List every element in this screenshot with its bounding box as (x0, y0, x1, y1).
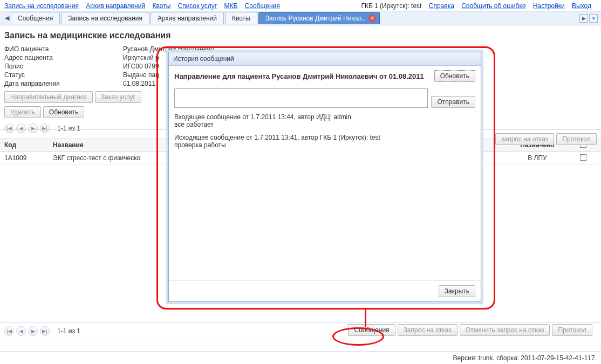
tab-scroll-left-icon[interactable]: ◀ (3, 13, 11, 24)
tab-messages[interactable]: Сообщения (11, 12, 60, 24)
tab-patient-record[interactable]: Запись Русанов Дмитрий Никол.. ✕ (258, 12, 380, 24)
topnav-link[interactable]: Выход (572, 2, 591, 10)
page-title: Запись на медицинские исследования (0, 25, 601, 45)
info-value: Выдано пац (123, 71, 159, 79)
info-label: Дата направления (4, 80, 123, 87)
pager-prev-icon[interactable]: ◀ (16, 326, 26, 336)
cell-code: 1A1009 (4, 154, 53, 162)
message-input[interactable] (174, 88, 428, 108)
cancel-refuse-button[interactable]: Отменить запрос на отказ (460, 324, 550, 336)
info-value: ИГС00 0799 (123, 63, 159, 70)
footer-version: Версия: trunk, сборка: 2011-07-29-15-42-… (453, 354, 597, 362)
close-icon[interactable]: ✕ (368, 15, 376, 22)
info-label: Адрес пациента (4, 54, 123, 61)
tab-appointment[interactable]: Запись на исследования (61, 12, 149, 24)
info-label: ФИО пациента (4, 45, 123, 53)
delete-button[interactable]: Удалить (4, 106, 41, 118)
topnav-link[interactable]: Сообщения (245, 2, 280, 10)
pager-next-icon[interactable]: ▶ (28, 326, 38, 336)
message-meta: Исходящее сообщение от 1.7.2011 13:41, а… (174, 134, 475, 141)
topnav-link[interactable]: Настройки (533, 2, 565, 10)
cell-assigned: В ЛПУ (505, 154, 570, 162)
topbar-left: Запись на исследования Архив направлений… (4, 2, 285, 10)
tab-quotas[interactable]: Квоты (225, 12, 257, 24)
topnav-link[interactable]: Запись на исследования (4, 2, 79, 10)
topnav-link[interactable]: Архив направлений (86, 2, 145, 10)
refuse-request-button[interactable]: запрос на отказ (495, 133, 554, 145)
protocol-button[interactable]: Протокол (556, 133, 597, 145)
message-item: Входящее сообщение от 1.7.2011 13:44, ав… (174, 113, 475, 128)
pager-last-icon[interactable]: ▶| (40, 326, 50, 336)
context-label: ГКБ 1 (Иркутск): test (361, 2, 421, 10)
message-text: проверка работы (174, 141, 475, 149)
topnav-link[interactable]: Справка (429, 2, 454, 10)
tab-scroll-right-icon[interactable]: ▶ (579, 14, 588, 23)
topnav-link[interactable]: Сообщить об ошибке (461, 2, 525, 10)
tab-menu-icon[interactable]: ▾ (589, 14, 598, 23)
send-button[interactable]: Отправить (431, 96, 475, 108)
topnav-link[interactable]: МКБ (224, 2, 237, 10)
diagnosis-button[interactable]: Направительный диагноз (4, 91, 93, 103)
message-text: все работает (174, 121, 475, 128)
pager-first-icon[interactable]: |◀ (4, 326, 14, 336)
message-meta: Входящее сообщение от 1.7.2011 13:44, ав… (174, 113, 475, 121)
dialog-header-text: Направление для пациента Русанов Дмитрий… (174, 72, 424, 80)
dialog-title: История сообщений (169, 52, 481, 66)
message-item: Исходящее сообщение от 1.7.2011 13:41, а… (174, 134, 475, 149)
topbar-right: ГКБ 1 (Иркутск): test Справка Сообщить о… (361, 2, 597, 10)
refuse-request-button[interactable]: Запрос на отказ (398, 324, 457, 336)
info-label: Полис (4, 63, 123, 70)
order-services-button[interactable]: Заказ услуг (95, 91, 141, 103)
close-button[interactable]: Закрыть (439, 285, 475, 297)
message-history-dialog: История сообщений Направление для пациен… (168, 52, 481, 302)
messages-button[interactable]: Сообщения (348, 324, 395, 336)
topnav-link[interactable]: Квоты (153, 2, 171, 10)
info-value: Иркутский р (123, 54, 159, 61)
pager-text: 1-1 из 1 (57, 327, 80, 335)
protocol-button[interactable]: Протокол (552, 324, 592, 336)
cell-check (570, 154, 597, 162)
checkbox-icon[interactable] (580, 154, 586, 161)
refresh-button[interactable]: Обновить (43, 106, 84, 118)
topnav-link[interactable]: Список услуг (178, 2, 217, 10)
info-label: Статус (4, 71, 123, 79)
tab-label: Запись Русанов Дмитрий Никол.. (265, 15, 365, 22)
info-value: 01.08.2011 (123, 80, 155, 87)
dialog-refresh-button[interactable]: Обновить (434, 70, 475, 82)
tab-archive[interactable]: Архив направлений (151, 12, 224, 24)
